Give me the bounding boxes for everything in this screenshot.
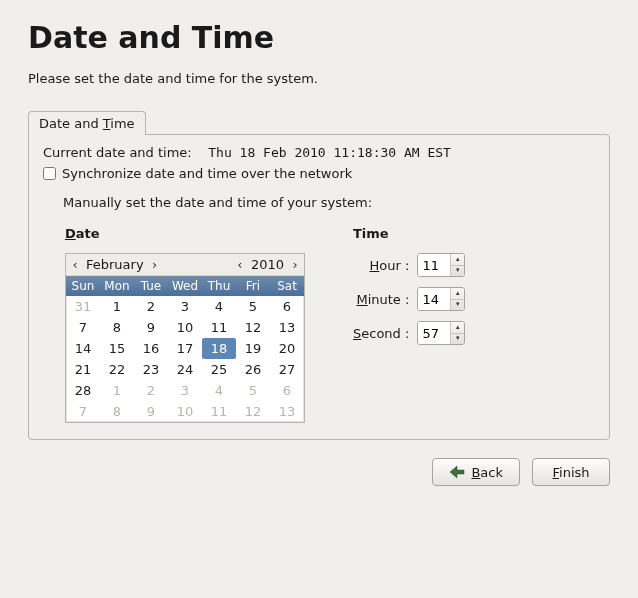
calendar-day-cell[interactable]: 6 <box>270 380 304 401</box>
back-button[interactable]: Back <box>432 458 520 486</box>
calendar-day-cell[interactable]: 14 <box>66 338 100 359</box>
calendar-day-cell[interactable]: 23 <box>134 359 168 380</box>
calendar: ‹ February › ‹ 2010 › SunMonTueWedThuFri… <box>65 253 305 423</box>
calendar-day-cell[interactable]: 3 <box>168 380 202 401</box>
calendar-dow-cell: Thu <box>202 276 236 296</box>
sync-label: Synchronize date and time over the netwo… <box>62 166 352 181</box>
calendar-day-cell[interactable]: 17 <box>168 338 202 359</box>
calendar-day-cell[interactable]: 31 <box>66 296 100 317</box>
calendar-day-cell[interactable]: 12 <box>236 401 270 422</box>
calendar-day-cell[interactable]: 5 <box>236 380 270 401</box>
calendar-day-cell[interactable]: 7 <box>66 317 100 338</box>
calendar-day-cell[interactable]: 2 <box>134 296 168 317</box>
minute-input[interactable] <box>418 288 450 310</box>
calendar-day-cell[interactable]: 8 <box>100 401 134 422</box>
calendar-year-label[interactable]: 2010 <box>247 257 288 272</box>
calendar-dow-cell: Wed <box>168 276 202 296</box>
sync-row: Synchronize date and time over the netwo… <box>43 166 595 181</box>
minute-up-button[interactable]: ▴ <box>451 288 464 300</box>
calendar-day-cell[interactable]: 13 <box>270 317 304 338</box>
calendar-dow-cell: Mon <box>100 276 134 296</box>
finish-button[interactable]: Finish <box>532 458 610 486</box>
back-arrow-icon <box>449 465 465 479</box>
hour-label: Hour : <box>370 258 410 273</box>
footer-buttons: Back Finish <box>28 458 610 486</box>
calendar-day-cell[interactable]: 18 <box>202 338 236 359</box>
calendar-day-cell[interactable]: 10 <box>168 317 202 338</box>
calendar-day-cell[interactable]: 26 <box>236 359 270 380</box>
calendar-header: ‹ February › ‹ 2010 › <box>66 254 304 276</box>
minute-label: Minute : <box>356 292 409 307</box>
current-datetime-value: Thu 18 Feb 2010 11:18:30 AM EST <box>208 145 451 160</box>
calendar-day-cell[interactable]: 6 <box>270 296 304 317</box>
tab-panel: Current date and time: Thu 18 Feb 2010 1… <box>28 134 610 440</box>
calendar-day-cell[interactable]: 15 <box>100 338 134 359</box>
tab-date-and-time[interactable]: Date and Time <box>28 111 146 135</box>
calendar-day-cell[interactable]: 11 <box>202 317 236 338</box>
intro-text: Please set the date and time for the sys… <box>28 71 610 86</box>
date-heading: Date <box>65 226 305 241</box>
tab-label-text: Date and Time <box>39 116 135 131</box>
next-month-button[interactable]: › <box>148 257 162 272</box>
calendar-day-cell[interactable]: 13 <box>270 401 304 422</box>
calendar-day-cell[interactable]: 12 <box>236 317 270 338</box>
tab-container: Date and Time Current date and time: Thu… <box>28 110 610 440</box>
second-spinner[interactable]: ▴ ▾ <box>417 321 465 345</box>
calendar-day-cell[interactable]: 20 <box>270 338 304 359</box>
back-button-label: Back <box>471 465 503 480</box>
hour-up-button[interactable]: ▴ <box>451 254 464 266</box>
current-datetime-row: Current date and time: Thu 18 Feb 2010 1… <box>43 145 595 160</box>
calendar-day-cell[interactable]: 1 <box>100 296 134 317</box>
calendar-day-cell[interactable]: 28 <box>66 380 100 401</box>
page-title: Date and Time <box>28 20 610 55</box>
prev-year-button[interactable]: ‹ <box>233 257 247 272</box>
date-column: Date ‹ February › ‹ 2010 › SunMonTueWedT… <box>65 226 305 423</box>
second-label: Second : <box>353 326 409 341</box>
prev-month-button[interactable]: ‹ <box>68 257 82 272</box>
calendar-day-cell[interactable]: 3 <box>168 296 202 317</box>
calendar-day-cell[interactable]: 9 <box>134 401 168 422</box>
sync-checkbox[interactable] <box>43 167 56 180</box>
minute-down-button[interactable]: ▾ <box>451 300 464 311</box>
calendar-dow-cell: Tue <box>134 276 168 296</box>
calendar-day-cell[interactable]: 1 <box>100 380 134 401</box>
next-year-button[interactable]: › <box>288 257 302 272</box>
calendar-dow-cell: Sat <box>270 276 304 296</box>
calendar-day-cell[interactable]: 4 <box>202 380 236 401</box>
calendar-day-cell[interactable]: 9 <box>134 317 168 338</box>
finish-button-label: Finish <box>552 465 589 480</box>
manual-set-label: Manually set the date and time of your s… <box>63 195 595 210</box>
calendar-day-cell[interactable]: 25 <box>202 359 236 380</box>
calendar-day-cell[interactable]: 16 <box>134 338 168 359</box>
hour-down-button[interactable]: ▾ <box>451 266 464 277</box>
calendar-day-cell[interactable]: 11 <box>202 401 236 422</box>
second-input[interactable] <box>418 322 450 344</box>
calendar-day-cell[interactable]: 8 <box>100 317 134 338</box>
calendar-dow-cell: Sun <box>66 276 100 296</box>
calendar-day-cell[interactable]: 24 <box>168 359 202 380</box>
hour-spinner[interactable]: ▴ ▾ <box>417 253 465 277</box>
second-down-button[interactable]: ▾ <box>451 334 464 345</box>
calendar-day-cell[interactable]: 22 <box>100 359 134 380</box>
calendar-day-cell[interactable]: 19 <box>236 338 270 359</box>
time-heading: Time <box>353 226 465 241</box>
current-datetime-label: Current date and time: <box>43 145 192 160</box>
hour-input[interactable] <box>418 254 450 276</box>
time-column: Time Hour : ▴ ▾ Minute : <box>353 226 465 423</box>
calendar-month-label[interactable]: February <box>82 257 148 272</box>
calendar-day-cell[interactable]: 7 <box>66 401 100 422</box>
second-up-button[interactable]: ▴ <box>451 322 464 334</box>
minute-spinner[interactable]: ▴ ▾ <box>417 287 465 311</box>
calendar-day-cell[interactable]: 5 <box>236 296 270 317</box>
calendar-day-cell[interactable]: 2 <box>134 380 168 401</box>
calendar-day-cell[interactable]: 27 <box>270 359 304 380</box>
calendar-day-cell[interactable]: 10 <box>168 401 202 422</box>
calendar-day-cell[interactable]: 21 <box>66 359 100 380</box>
calendar-grid: 3112345678910111213141516171819202122232… <box>66 296 304 422</box>
calendar-dow-cell: Fri <box>236 276 270 296</box>
calendar-dow-row: SunMonTueWedThuFriSat <box>66 276 304 296</box>
calendar-day-cell[interactable]: 4 <box>202 296 236 317</box>
